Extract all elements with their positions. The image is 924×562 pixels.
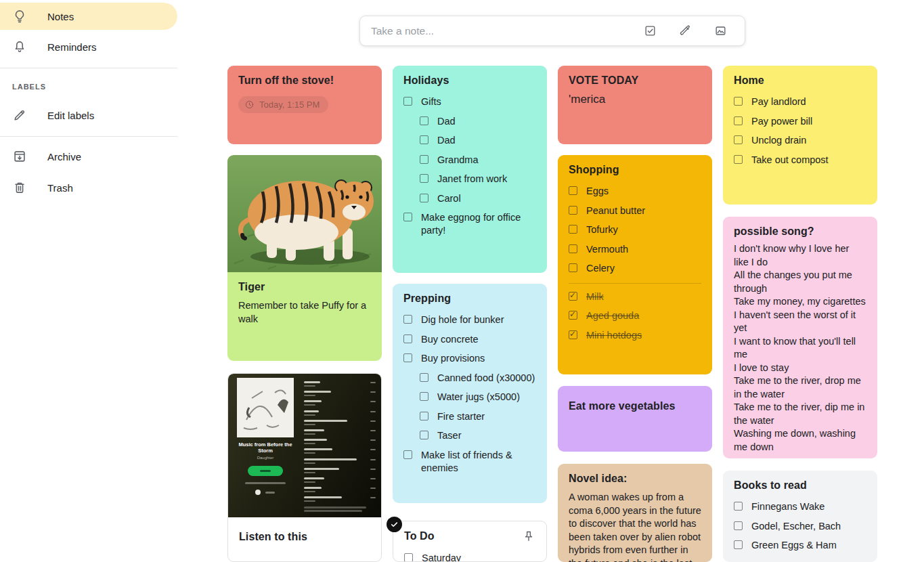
- note-card-prepping[interactable]: Prepping Dig hole for bunker Buy concret…: [393, 284, 547, 503]
- note-card-listen-to-this[interactable]: Music from Before the Storm Daughter Lis…: [227, 373, 382, 562]
- checklist-item[interactable]: Canned food (x30000): [420, 372, 536, 385]
- note-card-possible-song[interactable]: possible song? I don't know why I love h…: [723, 217, 877, 458]
- checkbox-icon[interactable]: [734, 521, 743, 530]
- new-list-icon[interactable]: [644, 24, 657, 37]
- checkbox-icon[interactable]: [420, 116, 428, 125]
- checklist-item[interactable]: Pay landlord: [734, 95, 866, 108]
- checklist-item-checked[interactable]: Aged gouda: [569, 309, 701, 322]
- note-card-holidays[interactable]: Holidays Gifts Dad Dad Grandma Janet fro…: [393, 66, 547, 273]
- checklist-item[interactable]: Janet from work: [420, 173, 536, 186]
- sidebar-item-reminders[interactable]: Reminders: [0, 33, 177, 60]
- checklist-item[interactable]: Fire starter: [420, 410, 536, 423]
- note-card-shopping[interactable]: Shopping Eggs Peanut butter Tofurky Verm…: [558, 155, 712, 374]
- checked-checkbox-icon[interactable]: [569, 330, 577, 339]
- note-card-tiger[interactable]: Tiger Remember to take Puffy for a walk: [227, 155, 382, 361]
- checklist-item[interactable]: Pay power bill: [734, 115, 866, 128]
- checked-checkbox-icon[interactable]: [569, 311, 577, 320]
- sidebar-divider: [0, 68, 177, 68]
- checklist-item[interactable]: Carol: [420, 192, 536, 205]
- checkbox-icon[interactable]: [403, 353, 412, 362]
- spotify-screenshot: Music from Before the Storm Daughter: [228, 374, 382, 517]
- checkbox-icon[interactable]: [403, 450, 412, 459]
- note-title: Holidays: [403, 74, 536, 87]
- pin-icon[interactable]: [522, 529, 535, 543]
- note-title: Listen to this: [239, 531, 370, 543]
- sidebar-item-trash[interactable]: Trash: [0, 174, 177, 201]
- checkbox-icon[interactable]: [403, 213, 412, 221]
- note-body: 'merica: [569, 93, 701, 106]
- checkbox-icon[interactable]: [420, 135, 428, 144]
- take-a-note-input[interactable]: [371, 25, 644, 37]
- checklist-item[interactable]: Dad: [420, 134, 536, 147]
- checkbox-icon[interactable]: [734, 135, 743, 144]
- checkbox-icon[interactable]: [569, 186, 577, 195]
- checked-items-divider: [569, 283, 701, 284]
- note-card-eat-more-vegetables[interactable]: Eat more vegetables: [558, 386, 712, 452]
- checklist-item[interactable]: Dad: [420, 115, 536, 128]
- checkbox-icon[interactable]: [403, 315, 412, 324]
- note-card-turn-off-stove[interactable]: Turn off the stove! Today, 1:15 PM: [227, 66, 382, 144]
- checklist-item[interactable]: Peanut butter: [569, 204, 701, 217]
- checkbox-icon[interactable]: [569, 244, 577, 253]
- note-card-books-to-read[interactable]: Books to read Finnegans Wake Godel, Esch…: [723, 471, 877, 562]
- note-card-home[interactable]: Home Pay landlord Pay power bill Unclog …: [723, 66, 877, 204]
- selected-check-badge[interactable]: [387, 517, 402, 532]
- checked-checkbox-icon[interactable]: [569, 292, 577, 301]
- checklist-item[interactable]: Buy provisions: [403, 352, 536, 365]
- checklist-item[interactable]: Water jugs (x5000): [420, 391, 536, 404]
- checklist-item-checked[interactable]: Mini hotdogs: [569, 329, 701, 342]
- checklist-item[interactable]: Dig hole for bunker: [403, 314, 536, 326]
- reminder-chip[interactable]: Today, 1:15 PM: [238, 96, 328, 113]
- checkbox-icon[interactable]: [420, 392, 428, 401]
- checkbox-icon[interactable]: [420, 412, 428, 420]
- checklist-item[interactable]: Taser: [420, 429, 536, 442]
- checklist-item[interactable]: Take out compost: [734, 154, 866, 167]
- checklist-item[interactable]: Gifts: [403, 95, 536, 108]
- checkbox-icon[interactable]: [569, 263, 577, 272]
- checklist-item[interactable]: Vermouth: [569, 243, 701, 256]
- checklist-item[interactable]: Celery: [569, 262, 701, 275]
- checkbox-icon[interactable]: [420, 373, 428, 382]
- note-body: A woman wakes up from a coma 6,000 years…: [569, 491, 701, 562]
- sidebar-item-edit-labels[interactable]: Edit labels: [0, 102, 177, 129]
- note-card-novel-idea[interactable]: Novel idea: A woman wakes up from a coma…: [558, 464, 712, 562]
- new-image-icon[interactable]: [714, 24, 727, 37]
- checklist-item[interactable]: Make eggnog for office party!: [403, 211, 536, 237]
- sidebar-divider: [0, 136, 177, 137]
- checklist-item[interactable]: Make list of friends & enemies: [403, 449, 536, 475]
- checklist-item[interactable]: Buy concrete: [403, 333, 536, 346]
- checklist-item[interactable]: Unclog drain: [734, 134, 866, 147]
- checklist-item[interactable]: Grandma: [420, 154, 536, 167]
- checklist-item[interactable]: Green Eggs & Ham: [734, 539, 866, 552]
- checklist-item[interactable]: Godel, Escher, Bach: [734, 520, 866, 533]
- checklist-item[interactable]: Saturday: [404, 552, 535, 562]
- checkbox-icon[interactable]: [734, 502, 743, 511]
- checkbox-icon[interactable]: [403, 97, 412, 106]
- new-drawing-brush-icon[interactable]: [679, 24, 692, 37]
- checkbox-icon[interactable]: [420, 174, 428, 183]
- note-card-vote-today[interactable]: VOTE TODAY 'merica: [558, 66, 712, 144]
- sidebar-item-label: Reminders: [47, 41, 97, 53]
- checkbox-icon[interactable]: [569, 206, 577, 215]
- checklist-item[interactable]: Finnegans Wake: [734, 500, 866, 513]
- checkbox-icon[interactable]: [734, 540, 743, 549]
- note-title: Home: [734, 74, 866, 87]
- checkbox-icon[interactable]: [420, 431, 428, 439]
- note-card-todo[interactable]: To Do Saturday: [393, 521, 547, 562]
- checklist-item[interactable]: Tofurky: [569, 223, 701, 236]
- note-title: Prepping: [403, 293, 536, 305]
- checkbox-icon[interactable]: [420, 155, 428, 164]
- checkbox-icon[interactable]: [403, 334, 412, 343]
- track-row: [304, 495, 376, 504]
- sidebar-item-archive[interactable]: Archive: [0, 143, 177, 170]
- checkbox-icon[interactable]: [734, 97, 743, 106]
- take-a-note-bar[interactable]: [359, 16, 745, 46]
- checkbox-icon[interactable]: [404, 553, 413, 562]
- checkbox-icon[interactable]: [734, 155, 743, 164]
- checklist-item-checked[interactable]: Milk: [569, 290, 701, 303]
- sidebar-item-notes[interactable]: Notes: [0, 3, 177, 30]
- checklist-item[interactable]: Eggs: [569, 185, 701, 198]
- checkbox-icon[interactable]: [569, 225, 577, 234]
- checkbox-icon[interactable]: [734, 116, 743, 125]
- checkbox-icon[interactable]: [420, 194, 428, 202]
